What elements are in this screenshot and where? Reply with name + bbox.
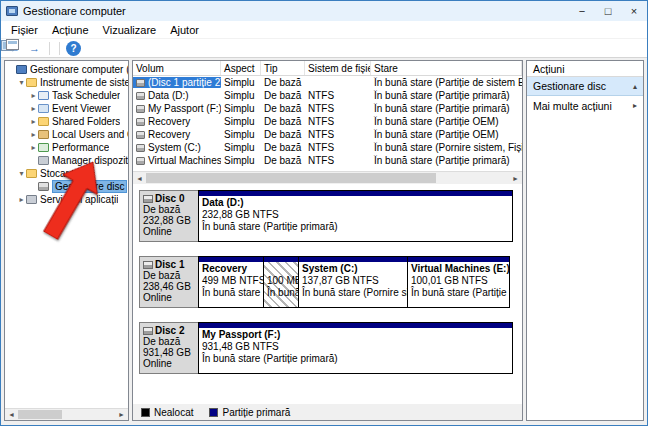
volume-aspect: Simplu bbox=[221, 116, 261, 127]
close-button[interactable]: × bbox=[621, 1, 647, 21]
chevron-right-icon[interactable]: ▸ bbox=[29, 91, 38, 100]
volume-aspect: Simplu bbox=[221, 129, 261, 140]
volume-aspect: Simplu bbox=[221, 142, 261, 153]
minimize-button[interactable]: − bbox=[569, 1, 595, 21]
disk-2-header[interactable]: Disc 2 De bază 931,48 GB Online bbox=[139, 322, 199, 374]
volume-row[interactable]: Recovery Simplu De bază NTFS În bună sta… bbox=[133, 128, 522, 141]
volume-icon bbox=[136, 105, 145, 113]
collapse-icon[interactable]: ▴ bbox=[633, 82, 637, 91]
volume-fs: NTFS bbox=[305, 90, 371, 101]
sidebar-item-label: Gestionare disc bbox=[52, 180, 127, 193]
volume-name: My Passport (F:) bbox=[148, 103, 221, 114]
maximize-button[interactable]: □ bbox=[595, 1, 621, 21]
sidebar-item-event-viewer[interactable]: ▸ Event Viewer bbox=[5, 102, 128, 115]
sidebar-item-manager-dispozitive[interactable]: Manager dispozitive bbox=[5, 154, 128, 167]
toolbar-separator bbox=[49, 42, 50, 55]
partition-size: 137,87 GB NTFS bbox=[302, 275, 404, 287]
window-title: Gestionare computer bbox=[23, 5, 126, 17]
partition-size: 931,48 GB NTFS bbox=[202, 341, 509, 353]
volume-aspect: Simplu bbox=[221, 103, 261, 114]
sidebar-item-gestionare-disc[interactable]: Gestionare disc bbox=[5, 180, 128, 193]
legend-item-nealocat: Nealocat bbox=[141, 407, 193, 418]
chevron-right-icon[interactable]: ▸ bbox=[29, 104, 38, 113]
sidebar-item-servicii-aplicatii[interactable]: ▸ Servicii și aplicații bbox=[5, 193, 128, 206]
actions-title: Acțiuni bbox=[527, 61, 643, 77]
scroll-left-icon[interactable]: ◄ bbox=[133, 172, 146, 184]
partition-data-d[interactable]: Data (D:) 232,88 GB NTFS În bună stare (… bbox=[198, 190, 513, 242]
partition-size: 100,01 GB NTFS bbox=[411, 275, 506, 287]
volume-aspect: Simplu bbox=[221, 77, 261, 88]
scrollbar-thumb[interactable] bbox=[18, 410, 62, 419]
scroll-right-icon[interactable]: ► bbox=[509, 172, 522, 184]
volume-row[interactable]: My Passport (F:) Simplu De bază NTFS În … bbox=[133, 102, 522, 115]
tree-horizontal-scrollbar[interactable]: ◄ ► bbox=[5, 408, 128, 420]
chevron-right-icon[interactable]: ▸ bbox=[29, 130, 38, 139]
shared-folders-icon bbox=[38, 117, 49, 126]
chevron-right-icon[interactable]: ▸ bbox=[29, 143, 38, 152]
event-viewer-icon bbox=[38, 104, 49, 113]
chevron-right-icon[interactable]: ▸ bbox=[17, 195, 26, 204]
partition-virtual-machines-e[interactable]: Virtual Machines (E:) 100,01 GB NTFS În … bbox=[407, 256, 510, 308]
volume-aspect: Simplu bbox=[221, 90, 261, 101]
partition-efi[interactable]: 100 MB În bună stare bbox=[263, 256, 299, 308]
sidebar-item-label: Performance bbox=[52, 142, 109, 153]
column-header-stare[interactable]: Stare bbox=[371, 61, 522, 75]
sidebar-item-local-users-groups[interactable]: ▸ Local Users and Groups bbox=[5, 128, 128, 141]
sidebar-item-gestionare-computer[interactable]: Gestionare computer (Local) bbox=[5, 63, 128, 76]
partition-label bbox=[267, 263, 295, 275]
chevron-right-icon[interactable]: ▸ bbox=[29, 117, 38, 126]
main-content: Gestionare computer (Local) ▾ Instrument… bbox=[4, 60, 644, 421]
menu-fisier[interactable]: Fișier bbox=[4, 21, 45, 38]
partition-my-passport-f[interactable]: My Passport (F:) 931,48 GB NTFS În bună … bbox=[198, 322, 513, 374]
menu-vizualizare[interactable]: Vizualizare bbox=[96, 21, 164, 38]
sidebar-item-label: Servicii și aplicații bbox=[40, 194, 118, 205]
volume-row[interactable]: (Disc 1 partiție 2) Simplu De bază În bu… bbox=[133, 76, 522, 89]
disk-0-header[interactable]: Disc 0 De bază 232,88 GB Online bbox=[139, 190, 199, 242]
partition-status: În bună stare (Partiție OEM) bbox=[202, 287, 260, 299]
scroll-right-icon[interactable]: ► bbox=[115, 409, 128, 420]
scrollbar-track[interactable] bbox=[18, 409, 115, 420]
volume-row[interactable]: Recovery Simplu De bază NTFS În bună sta… bbox=[133, 115, 522, 128]
column-header-tip[interactable]: Tip bbox=[261, 61, 305, 75]
disk-icon bbox=[143, 327, 153, 335]
services-icon bbox=[26, 195, 37, 204]
help-icon[interactable]: ? bbox=[66, 41, 81, 56]
partition-recovery[interactable]: Recovery 499 MB NTFS În bună stare (Part… bbox=[198, 256, 264, 308]
sidebar-item-task-scheduler[interactable]: ▸ Task Scheduler bbox=[5, 89, 128, 102]
sidebar-item-performance[interactable]: ▸ Performance bbox=[5, 141, 128, 154]
forward-icon[interactable]: → bbox=[26, 41, 43, 56]
volume-row[interactable]: System (C:) Simplu De bază NTFS În bună … bbox=[133, 141, 522, 154]
chevron-down-icon[interactable]: ▾ bbox=[17, 169, 26, 178]
volume-icon bbox=[136, 118, 145, 126]
computer-icon bbox=[16, 65, 27, 74]
volume-list-horizontal-scrollbar[interactable]: ◄ ► bbox=[133, 171, 522, 184]
scrollbar-track[interactable] bbox=[146, 172, 509, 184]
actions-group-gestionare-disc[interactable]: Gestionare disc ▴ bbox=[527, 77, 643, 96]
column-header-volum[interactable]: Volum bbox=[133, 61, 221, 75]
sidebar-item-instrumente-de-sistem[interactable]: ▾ Instrumente de sistem bbox=[5, 76, 128, 89]
scroll-left-icon[interactable]: ◄ bbox=[5, 409, 18, 420]
partition-size: 100 MB bbox=[267, 275, 295, 287]
partition-label: My Passport (F:) bbox=[202, 329, 509, 341]
properties-icon[interactable] bbox=[6, 39, 19, 50]
partition-system-c[interactable]: System (C:) 137,87 GB NTFS În bună stare… bbox=[298, 256, 408, 308]
volume-type: De bază bbox=[261, 77, 305, 88]
scrollbar-thumb[interactable] bbox=[146, 173, 436, 183]
volume-row[interactable]: Data (D:) Simplu De bază NTFS În bună st… bbox=[133, 89, 522, 102]
sidebar-item-stocare[interactable]: ▾ Stocare bbox=[5, 167, 128, 180]
disk-type: De bază bbox=[143, 204, 195, 215]
chevron-down-icon[interactable]: ▾ bbox=[17, 78, 26, 87]
sidebar-item-shared-folders[interactable]: ▸ Shared Folders bbox=[5, 115, 128, 128]
disk-1-header[interactable]: Disc 1 De bază 238,46 GB Online bbox=[139, 256, 199, 308]
volume-row[interactable]: Virtual Machines (E:) Simplu De bază NTF… bbox=[133, 154, 522, 167]
menu-ajutor[interactable]: Ajutor bbox=[163, 21, 206, 38]
more-actions-item[interactable]: Mai multe acțiuni ▸ bbox=[527, 96, 643, 115]
legend-item-partitie-primara: Partiție primară bbox=[209, 407, 290, 418]
menu-actiune[interactable]: Acțiune bbox=[45, 21, 96, 38]
chevron-right-icon[interactable]: ▸ bbox=[633, 101, 637, 110]
users-icon bbox=[38, 130, 49, 139]
volume-name: Virtual Machines (E:) bbox=[148, 155, 221, 166]
disk-0-partitions: Data (D:) 232,88 GB NTFS În bună stare (… bbox=[199, 190, 514, 242]
column-header-aspect[interactable]: Aspect bbox=[221, 61, 261, 75]
column-header-sistem-fisiere[interactable]: Sistem de fișiere bbox=[305, 61, 371, 75]
